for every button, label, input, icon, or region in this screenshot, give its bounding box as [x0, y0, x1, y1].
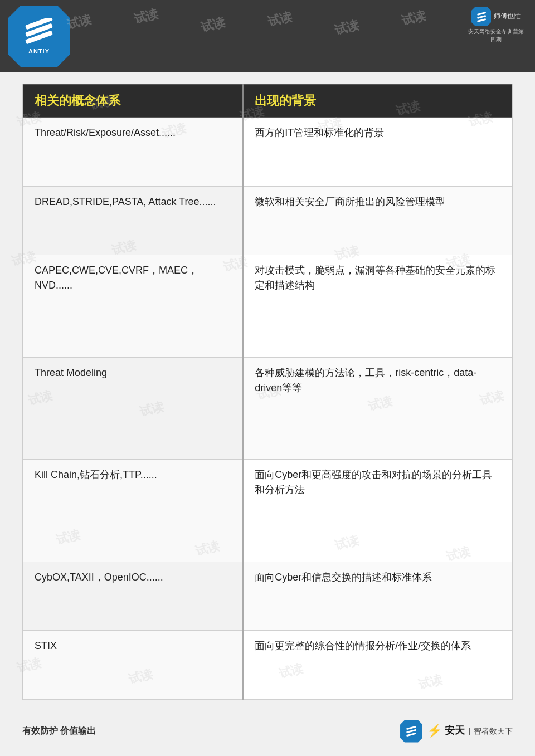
header: ANTIY 试读 试读 试读 试读 试读 试读 师傅也忙 安天网络安全冬训营第四…	[0, 0, 535, 72]
main-content: 相关的概念体系 出现的背景 Threat/Risk/Exposure/Asset…	[22, 84, 513, 700]
right-cell-4: 面向Cyber和更高强度的攻击和对抗的场景的分析工具和分析方法	[243, 460, 512, 562]
table-body: Threat/Risk/Exposure/Asset......西方的IT管理和…	[23, 118, 512, 700]
svg-rect-7	[406, 729, 416, 733]
header-right-subtitle: 安天网络安全冬训营第四期	[468, 28, 524, 43]
footer-logo-icon	[400, 720, 422, 743]
header-row: 相关的概念体系 出现的背景	[23, 85, 512, 118]
left-cell-1: DREAD,STRIDE,PASTA, Attack Tree......	[23, 186, 244, 255]
table-row: CybOX,TAXII，OpenIOC......面向Cyber和信息交换的描述…	[23, 562, 512, 631]
svg-rect-4	[477, 14, 486, 18]
header-logo: ANTIY	[8, 6, 70, 67]
footer-brand-sub: 智者数天下	[474, 726, 513, 735]
header-watermark-2: 试读	[132, 6, 160, 28]
table-row: CAPEC,CWE,CVE,CVRF，MAEC，NVD......对攻击模式，脆…	[23, 255, 512, 357]
svg-rect-3	[477, 11, 486, 15]
table-row: DREAD,STRIDE,PASTA, Attack Tree......微软和…	[23, 186, 512, 255]
header-watermark-4: 试读	[266, 8, 294, 31]
logo-stripes	[22, 18, 56, 46]
right-cell-0: 西方的IT管理和标准化的背景	[243, 118, 512, 187]
header-right-logo-group: 师傅也忙	[471, 7, 521, 26]
left-cell-5: CybOX,TAXII，OpenIOC......	[23, 562, 244, 631]
footer: 有效防护 价值输出 ⚡ 安天 | 智者数天下	[0, 706, 535, 756]
left-cell-2: CAPEC,CWE,CVE,CVRF，MAEC，NVD......	[23, 255, 244, 357]
left-cell-3: Threat Modeling	[23, 357, 244, 459]
svg-rect-8	[406, 732, 416, 737]
left-cell-4: Kill Chain,钻石分析,TTP......	[23, 460, 244, 562]
header-right-main-text: 师傅也忙	[494, 12, 521, 21]
header-right-text-block: 师傅也忙	[494, 12, 521, 21]
header-watermark-1: 试读	[65, 11, 93, 33]
table-row: STIX面向更完整的综合性的情报分析/作业/交换的体系	[23, 631, 512, 700]
right-cell-1: 微软和相关安全厂商所推出的风险管理模型	[243, 186, 512, 255]
left-cell-0: Threat/Risk/Exposure/Asset......	[23, 118, 244, 187]
header-right-logo-icon	[471, 7, 491, 26]
right-cell-2: 对攻击模式，脆弱点，漏洞等各种基础的安全元素的标定和描述结构	[243, 255, 512, 357]
left-header: 相关的概念体系	[23, 85, 244, 118]
table-row: Threat Modeling各种威胁建模的方法论，工具，risk-centri…	[23, 357, 512, 459]
right-cell-3: 各种威胁建模的方法论，工具，risk-centric，data-driven等等	[243, 357, 512, 459]
header-watermark-3: 试读	[199, 14, 227, 36]
right-header: 出现的背景	[243, 85, 512, 118]
svg-rect-5	[477, 18, 486, 22]
header-right-logo: 师傅也忙 安天网络安全冬训营第四期	[468, 6, 524, 45]
footer-tagline: 有效防护 价值输出	[22, 725, 96, 737]
left-cell-6: STIX	[23, 631, 244, 700]
right-cell-5: 面向Cyber和信息交换的描述和标准体系	[243, 562, 512, 631]
right-cell-6: 面向更完整的综合性的情报分析/作业/交换的体系	[243, 631, 512, 700]
header-watermark-6: 试读	[400, 7, 427, 30]
footer-brand-block: ⚡ 安天 | 智者数天下	[427, 724, 513, 738]
svg-rect-6	[406, 725, 416, 730]
content-table: 相关的概念体系 出现的背景 Threat/Risk/Exposure/Asset…	[23, 84, 512, 700]
footer-brand-name: ⚡ 安天 | 智者数天下	[427, 724, 513, 738]
footer-logo: ⚡ 安天 | 智者数天下	[400, 720, 513, 743]
footer-brand-chinese: 安天	[445, 725, 465, 736]
logo-text: ANTIY	[28, 48, 50, 55]
table-header: 相关的概念体系 出现的背景	[23, 85, 512, 118]
table-row: Threat/Risk/Exposure/Asset......西方的IT管理和…	[23, 118, 512, 187]
table-row: Kill Chain,钻石分析,TTP......面向Cyber和更高强度的攻击…	[23, 460, 512, 562]
header-watermark-5: 试读	[333, 17, 361, 39]
